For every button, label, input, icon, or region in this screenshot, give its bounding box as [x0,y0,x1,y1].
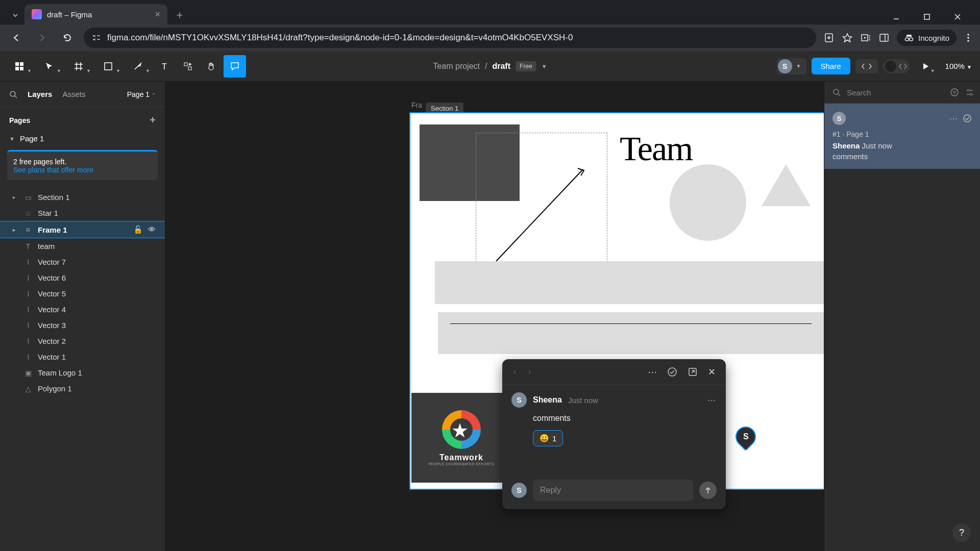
address-bar[interactable]: figma.com/file/nMSTY1OKvvXSMLY18HsH41/dr… [84,28,816,48]
layer-row[interactable]: Tteam [0,238,165,254]
rectangle-bar-1[interactable] [435,261,824,304]
close-comment-icon[interactable]: ✕ [705,364,719,380]
comment-item-menu[interactable]: ⋯ [707,395,717,405]
layer-name: Vector 4 [38,305,66,314]
dock-comment-icon[interactable] [684,365,701,379]
layer-row[interactable]: ⌇Vector 7 [0,254,165,270]
layer-row[interactable]: ▸⌗Frame 1🔓👁 [0,221,165,238]
ellipse-shape[interactable] [670,164,746,241]
dev-mode-toggle[interactable] [883,59,910,73]
install-icon[interactable] [823,32,835,43]
user-avatar[interactable]: S [778,59,792,73]
resources-tool[interactable] [177,55,199,78]
bookmark-icon[interactable] [842,32,853,43]
svg-rect-19 [20,62,23,66]
help-button[interactable]: ? [952,523,971,542]
media-icon[interactable] [860,32,871,43]
line-vector[interactable] [450,323,812,324]
search-comments-input[interactable] [847,88,944,97]
layer-row[interactable]: ☆Star 1 [0,205,165,221]
svg-rect-3 [93,39,95,40]
card-menu-icon[interactable]: ⋯ [949,114,958,123]
layer-row[interactable]: ⌇Vector 4 [0,302,165,317]
team-logo-image[interactable]: ★ Teamwork PEOPLE COORDINATED EFFORTS [411,393,511,483]
rectangle-bar-2[interactable] [438,312,824,354]
site-settings-icon[interactable] [92,33,101,42]
incognito-badge[interactable]: Incognito [897,30,957,46]
layer-row[interactable]: ▣Team Logo 1 [0,365,165,381]
shape-tool[interactable]: ▼ [94,55,122,78]
svg-line-31 [15,96,17,98]
lock-icon[interactable]: 🔓 [133,225,143,234]
sort-comments-icon[interactable] [950,88,959,97]
reload-button[interactable] [58,29,77,47]
polygon-shape[interactable] [762,164,811,206]
arrow-vector[interactable] [491,164,593,266]
comment-options-icon[interactable]: ⋯ [645,364,660,380]
dev-mode-button[interactable] [855,59,878,73]
filter-comments-icon[interactable] [965,88,974,97]
browser-menu-icon[interactable] [964,33,973,42]
frame-label[interactable]: Fra [411,101,422,109]
comment-card[interactable]: S ⋯ #1 · Page 1 Sheena Just now comments [824,104,980,169]
maximize-icon[interactable] [917,9,937,24]
tab-search-dropdown[interactable] [6,6,24,24]
close-window-icon[interactable] [947,9,968,24]
team-name[interactable]: Team project [433,62,480,71]
browser-tab[interactable]: draft – Figma × [24,4,167,24]
zoom-control[interactable]: 100% ▼ [942,62,975,70]
page-item[interactable]: ▼ Page 1 [0,130,165,147]
canvas[interactable]: Fra Section 1 Team ★ Teamwork PEOPLE COO… [165,82,824,551]
prev-comment-button[interactable]: ‹ [509,365,520,379]
close-tab-icon[interactable]: × [155,9,160,20]
tab-layers[interactable]: Layers [28,90,52,98]
share-button[interactable]: Share [812,58,850,74]
avatar-dropdown-caret[interactable]: ▼ [792,63,805,69]
resolve-comment-icon[interactable] [664,365,680,379]
file-name[interactable]: draft [492,62,510,71]
layer-row[interactable]: ▸▭Section 1 [0,189,165,205]
add-page-button[interactable]: + [150,114,156,126]
present-button[interactable]: ▼ [915,55,937,78]
layer-row[interactable]: ⌇Vector 5 [0,286,165,302]
sidepanel-icon[interactable] [878,32,890,43]
search-layers-icon[interactable] [9,90,17,98]
layer-row[interactable]: ⌇Vector 6 [0,270,165,286]
layer-row[interactable]: △Polygon 1 [0,381,165,396]
svg-point-43 [967,89,969,91]
move-tool[interactable]: ▼ [35,55,63,78]
back-button[interactable] [7,29,26,47]
send-reply-button[interactable] [699,482,717,499]
hand-tool[interactable] [200,55,223,78]
pen-tool[interactable]: ▼ [124,55,152,78]
layer-row[interactable]: ⌇Vector 2 [0,333,165,349]
forward-button[interactable] [33,29,51,47]
page-selector[interactable]: Page 1 ⌃ [127,90,156,98]
artboard-frame[interactable]: Team ★ Teamwork PEOPLE COORDINATED EFFOR… [409,112,824,490]
visibility-icon[interactable]: 👁 [148,225,156,234]
layer-row[interactable]: ⌇Vector 3 [0,317,165,333]
card-resolve-icon[interactable] [963,114,972,123]
text-tool[interactable]: T [153,55,176,78]
svg-point-33 [668,368,676,376]
layer-row[interactable]: ⌇Vector 1 [0,349,165,365]
card-author: Sheena [832,141,860,150]
svg-line-32 [496,169,583,261]
comment-pin[interactable]: S [731,422,761,452]
tab-assets[interactable]: Assets [62,90,85,98]
tab-title: draft – Figma [47,10,92,19]
frame-tool[interactable]: ▼ [64,55,93,78]
reaction-chip[interactable]: 😀 1 [533,430,563,446]
search-icon[interactable] [832,88,841,96]
reply-input[interactable] [533,480,693,501]
team-text[interactable]: Team [620,129,692,169]
svg-point-15 [967,34,969,36]
next-comment-button[interactable]: › [524,365,535,379]
see-plans-link[interactable]: See plans that offer more [13,166,93,174]
file-menu-caret[interactable]: ▼ [542,63,547,69]
svg-point-45 [964,115,971,122]
minimize-icon[interactable] [886,9,906,24]
main-menu-button[interactable]: ▼ [5,55,34,78]
new-tab-button[interactable]: + [170,6,189,24]
comment-tool[interactable] [224,55,246,78]
